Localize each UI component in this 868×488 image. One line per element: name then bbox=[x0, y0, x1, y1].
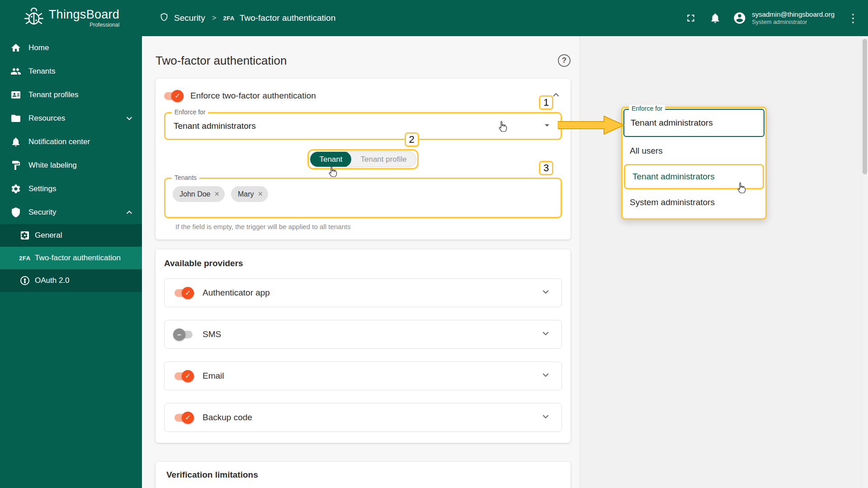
home-icon bbox=[10, 42, 22, 53]
annotation-arrow-icon bbox=[558, 115, 625, 137]
sidebar-item-oauth[interactable]: OAuth 2.0 bbox=[0, 269, 142, 292]
provider-row-backup-code[interactable]: ✓ Backup code bbox=[164, 403, 562, 432]
enforce-for-dropdown-panel: Enforce for Tenant administrators All us… bbox=[621, 107, 767, 220]
authenticator-app-toggle[interactable]: ✓ bbox=[175, 289, 193, 297]
enforce-for-value: Tenant administrators bbox=[174, 121, 256, 131]
security-submenu: General 2FA Two-factor authentication OA… bbox=[0, 224, 142, 292]
email-toggle[interactable]: ✓ bbox=[175, 372, 193, 380]
sidebar-item-settings[interactable]: Settings bbox=[0, 177, 142, 201]
scope-tenant-profile-button[interactable]: Tenant profile bbox=[351, 151, 415, 167]
fullscreen-icon[interactable] bbox=[684, 11, 698, 25]
providers-title: Available providers bbox=[164, 258, 562, 268]
hand-cursor-icon bbox=[497, 120, 508, 135]
step-badge-3: 3 bbox=[539, 161, 553, 175]
panel-enforce-for-field[interactable]: Enforce for Tenant administrators bbox=[623, 109, 764, 137]
available-providers-card: Available providers ✓ Authenticator app … bbox=[156, 249, 571, 443]
sidebar-item-tenants[interactable]: Tenants bbox=[0, 60, 142, 83]
sidebar: Home Tenants Tenant profiles Resources N… bbox=[0, 36, 142, 488]
chevron-down-icon[interactable] bbox=[540, 411, 552, 424]
toggle-check-icon: ✓ bbox=[182, 287, 194, 299]
sidebar-item-white-labeling[interactable]: White labeling bbox=[0, 154, 142, 177]
hand-cursor-icon bbox=[736, 182, 747, 196]
sidebar-item-notification-center[interactable]: Notification center bbox=[0, 130, 142, 154]
step-badge-2: 2 bbox=[405, 132, 419, 147]
sidebar-item-security[interactable]: Security bbox=[0, 201, 142, 224]
chevron-down-icon[interactable] bbox=[540, 328, 552, 341]
option-all-users[interactable]: All users bbox=[623, 138, 765, 164]
avatar[interactable] bbox=[733, 11, 746, 25]
shield-icon bbox=[159, 12, 169, 24]
enforce-2fa-card: ✓ Enforce two-factor authentication Enfo… bbox=[156, 79, 571, 239]
panel-enforce-for-value: Tenant administrators bbox=[631, 118, 713, 128]
tenants-hint-text: If the field is empty, the trigger will … bbox=[175, 223, 562, 230]
tenants-field[interactable]: Tenants 3 John Doe × Mary × bbox=[164, 178, 562, 218]
user-role: System administrator bbox=[752, 19, 835, 26]
breadcrumb-separator: > bbox=[212, 14, 217, 23]
toggle-check-icon: ✓ bbox=[182, 370, 194, 382]
sidebar-item-home[interactable]: Home bbox=[0, 36, 142, 60]
tenants-field-label: Tenants bbox=[172, 174, 199, 181]
backup-code-toggle[interactable]: ✓ bbox=[175, 414, 193, 422]
user-menu[interactable]: sysadmin@thingsboard.org System administ… bbox=[733, 10, 835, 26]
bell-icon bbox=[10, 136, 22, 147]
gear-icon bbox=[10, 183, 22, 194]
enforce-for-field-label: Enforce for bbox=[172, 108, 208, 116]
chevron-down-icon bbox=[124, 113, 135, 124]
enforce-2fa-label: Enforce two-factor authentication bbox=[190, 91, 316, 101]
2fa-icon: 2FA bbox=[223, 15, 235, 22]
breadcrumb-current-page: Two-factor authentication bbox=[240, 13, 335, 23]
hand-cursor-icon bbox=[327, 165, 338, 180]
oauth-key-icon bbox=[19, 275, 31, 286]
settings-square-icon bbox=[19, 230, 31, 241]
paint-icon bbox=[10, 160, 22, 171]
app-header: ThingsBoard Professional Security > 2FA … bbox=[0, 0, 868, 36]
id-card-icon bbox=[10, 89, 22, 100]
kebab-menu-icon[interactable]: ⋮ bbox=[845, 12, 861, 24]
provider-row-sms[interactable]: − SMS bbox=[164, 320, 562, 349]
tenant-chip: John Doe × bbox=[173, 186, 225, 202]
notifications-bell-icon[interactable] bbox=[708, 11, 722, 25]
breadcrumb-security[interactable]: Security bbox=[174, 13, 205, 23]
verification-title: Verification limitations bbox=[166, 470, 560, 480]
verification-limitations-card: Verification limitations Total allowed t… bbox=[156, 462, 571, 488]
chip-close-icon[interactable]: × bbox=[215, 189, 220, 199]
enforce-2fa-toggle[interactable]: ✓ bbox=[164, 92, 182, 100]
chevron-down-icon[interactable] bbox=[540, 369, 552, 383]
provider-row-authenticator-app[interactable]: ✓ Authenticator app bbox=[164, 278, 562, 307]
sidebar-item-general[interactable]: General bbox=[0, 224, 142, 247]
sidebar-item-two-factor-authentication[interactable]: 2FA Two-factor authentication bbox=[0, 247, 142, 269]
tenant-chip: Mary × bbox=[231, 186, 268, 202]
sidebar-item-resources[interactable]: Resources bbox=[0, 107, 142, 130]
step-badge-1: 1 bbox=[539, 95, 553, 110]
toggle-minus-icon: − bbox=[173, 328, 185, 341]
toggle-check-icon: ✓ bbox=[171, 90, 184, 102]
help-button[interactable]: ? bbox=[558, 54, 571, 67]
brand-edition: Professional bbox=[90, 22, 119, 28]
2fa-icon: 2FA bbox=[19, 255, 31, 262]
sms-toggle[interactable]: − bbox=[175, 331, 193, 338]
breadcrumb: Security > 2FA Two-factor authentication bbox=[159, 12, 335, 24]
chip-close-icon[interactable]: × bbox=[258, 189, 263, 199]
scope-tenant-button[interactable]: Tenant bbox=[310, 151, 351, 167]
chevron-down-icon[interactable] bbox=[540, 286, 552, 300]
dropdown-caret-icon bbox=[542, 120, 552, 133]
sidebar-item-tenant-profiles[interactable]: Tenant profiles bbox=[0, 83, 142, 107]
page-title: Two-factor authentication bbox=[156, 54, 287, 68]
background-panel bbox=[580, 36, 868, 488]
page-scrollbar bbox=[861, 36, 868, 488]
main-content: Two-factor authentication ? ✓ Enforce tw… bbox=[142, 36, 868, 488]
user-email: sysadmin@thingsboard.org bbox=[752, 10, 835, 19]
brand-name: ThingsBoard bbox=[49, 8, 119, 21]
toggle-check-icon: ✓ bbox=[182, 412, 194, 424]
thingsboard-bug-icon bbox=[23, 6, 44, 30]
shield-icon bbox=[10, 207, 22, 218]
people-icon bbox=[10, 66, 22, 77]
scope-toggle-group: 2 Tenant Tenant profile bbox=[307, 149, 418, 169]
folder-icon bbox=[10, 113, 22, 124]
brand-logo[interactable]: ThingsBoard Professional bbox=[0, 6, 142, 30]
provider-row-email[interactable]: ✓ Email bbox=[164, 361, 562, 390]
chevron-up-icon bbox=[124, 207, 135, 218]
scrollbar-thumb[interactable] bbox=[863, 39, 867, 174]
